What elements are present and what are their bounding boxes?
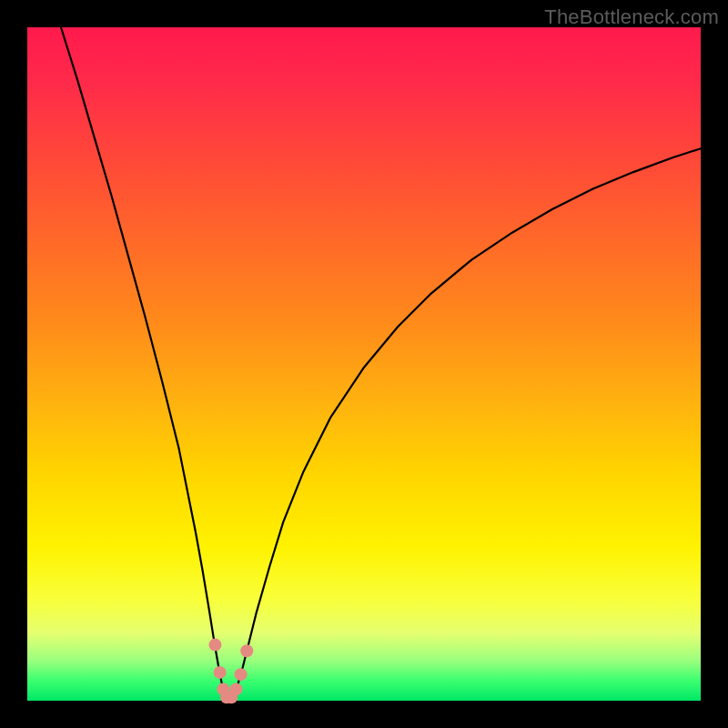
curve-marker (229, 682, 242, 695)
curve-markers (208, 639, 253, 704)
watermark-text: TheBottleneck.com (544, 5, 719, 29)
chart-frame: TheBottleneck.com (0, 0, 728, 728)
curve-marker (235, 668, 248, 681)
curve-marker (214, 666, 227, 679)
curve-marker (208, 639, 221, 652)
bottleneck-curve (61, 27, 701, 700)
curve-svg (27, 27, 701, 701)
curve-marker (240, 644, 253, 657)
plot-area (27, 27, 701, 701)
